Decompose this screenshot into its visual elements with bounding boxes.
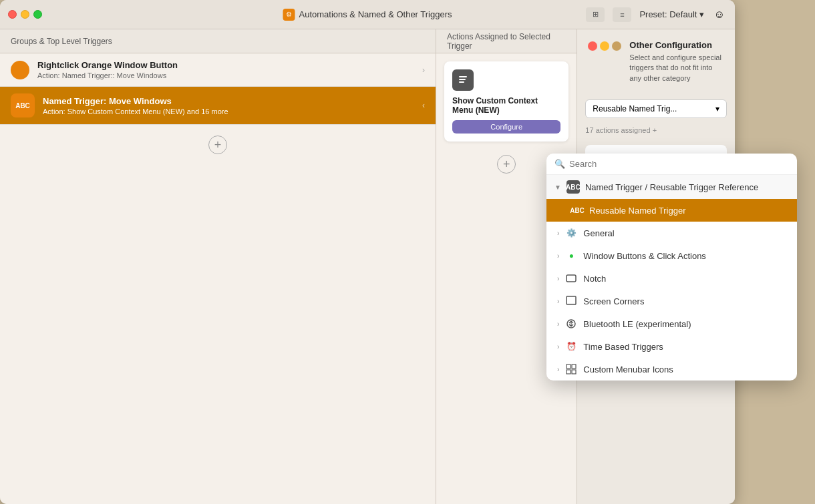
svg-rect-3 xyxy=(566,275,576,282)
trigger-text-2: Named Trigger: Move Windows Action: Show… xyxy=(43,96,414,115)
label-window-buttons: Window Buttons & Click Actions xyxy=(583,251,706,261)
dot-yellow xyxy=(600,41,609,51)
add-trigger-button[interactable]: + xyxy=(208,136,227,154)
trigger-chevron-1: › xyxy=(422,65,425,75)
minimize-button[interactable] xyxy=(21,10,29,19)
label-bluetooth: Bluetooth LE (experimental) xyxy=(583,319,691,329)
svg-rect-9 xyxy=(572,370,576,374)
icon-custom-menubar xyxy=(564,362,578,376)
trigger-name-2: Named Trigger: Move Windows xyxy=(43,96,414,106)
dropdown-category-time-based[interactable]: › ⏰ Time Based Triggers xyxy=(546,335,797,358)
search-icon: 🔍 xyxy=(554,159,565,169)
dot-tan xyxy=(612,41,621,51)
chevron-bluetooth: › xyxy=(557,320,559,328)
trigger-text-1: Rightclick Orange Window Button Action: … xyxy=(37,60,414,79)
chevron-general: › xyxy=(557,230,559,237)
label-custom-menubar: Custom Menubar Icons xyxy=(583,364,673,374)
title-bar-right: ⊞ ≡ Preset: Default ▾ ☺ xyxy=(586,7,727,22)
dropdown-chevron-icon: ▾ xyxy=(715,104,719,113)
label-general: General xyxy=(583,228,614,238)
other-config-title: Other Configuration xyxy=(629,40,724,50)
dropdown-overlay[interactable]: 🔍 ▼ ABC Named Trigger / Reusable Trigger… xyxy=(546,154,797,381)
app-icon: ⚙ xyxy=(283,9,295,21)
trigger-action-1: Action: Named Trigger:: Move Windows xyxy=(37,71,414,79)
action-card: Show Custom Context Menu (NEW) Configure xyxy=(444,61,568,142)
svg-rect-2 xyxy=(459,81,464,83)
configure-button[interactable]: Configure xyxy=(452,120,560,134)
smiley-button[interactable]: ☺ xyxy=(712,7,727,22)
chevron-window-buttons: › xyxy=(557,252,559,260)
close-button[interactable] xyxy=(8,10,17,19)
dropdown-category-custom-menubar[interactable]: › Custom Menubar Icons xyxy=(546,358,797,381)
traffic-lights xyxy=(8,10,42,19)
chevron-notch: › xyxy=(557,275,559,282)
named-trigger-section-header[interactable]: ▼ ABC Named Trigger / Reusable Trigger R… xyxy=(546,175,797,199)
svg-rect-8 xyxy=(566,370,570,374)
label-screen-corners: Screen Corners xyxy=(583,296,644,306)
icon-general: ⚙️ xyxy=(564,226,578,240)
window-title: Automations & Named & Other Triggers xyxy=(299,9,452,19)
dropdown-category-notch[interactable]: › Notch xyxy=(546,267,797,290)
dropdown-item-reusable[interactable]: ABC Reusable Named Trigger xyxy=(546,199,797,222)
named-trigger-dropdown[interactable]: Reusable Named Trig... ▾ xyxy=(585,99,727,118)
trigger-action-2: Action: Show Custom Context Menu (NEW) a… xyxy=(43,107,414,115)
other-config-description: Select and configure special triggers th… xyxy=(629,53,724,83)
chevron-custom-menubar: › xyxy=(557,366,559,373)
label-notch: Notch xyxy=(583,274,606,284)
svg-rect-7 xyxy=(572,364,576,368)
named-trigger-label: Reusable Named Trig... xyxy=(593,104,677,113)
section-icon-named: ABC xyxy=(566,180,580,194)
trigger-chevron-2: ‹ xyxy=(422,101,425,110)
other-config: Other Configuration Select and configure… xyxy=(577,29,735,94)
item-icon-reusable: ABC xyxy=(570,204,584,217)
icon-notch xyxy=(564,272,578,285)
dropdown-category-general[interactable]: › ⚙️ General xyxy=(546,222,797,244)
left-panel-header: Groups & Top Level Triggers xyxy=(0,29,436,53)
left-panel-title: Groups & Top Level Triggers xyxy=(11,37,112,46)
dot-red xyxy=(588,41,597,51)
dropdown-search: 🔍 xyxy=(546,154,797,175)
action-card-icon xyxy=(452,69,474,91)
dropdown-category-screen-corners[interactable]: › Screen Corners xyxy=(546,290,797,312)
fullscreen-button[interactable] xyxy=(33,10,42,19)
label-time-based: Time Based Triggers xyxy=(583,342,663,352)
middle-panel-title: Actions Assigned to Selected Trigger xyxy=(447,32,566,51)
preset-label[interactable]: Preset: Default ▾ xyxy=(639,9,704,19)
layout-btn-2[interactable]: ≡ xyxy=(613,7,631,22)
trigger-name-1: Rightclick Orange Window Button xyxy=(37,60,414,70)
trigger-icon-circle xyxy=(11,61,29,79)
add-action-button[interactable]: + xyxy=(497,155,516,174)
icon-bluetooth xyxy=(564,317,578,330)
trigger-icon-abc: ABC xyxy=(11,93,35,117)
icon-screen-corners xyxy=(564,294,578,308)
other-config-text: Other Configuration Select and configure… xyxy=(629,40,724,83)
dropdown-category-window-buttons[interactable]: › ● Window Buttons & Click Actions xyxy=(546,244,797,267)
left-panel: Groups & Top Level Triggers Rightclick O… xyxy=(0,29,436,504)
dropdown-category-bluetooth[interactable]: › Bluetooth LE (experimental) xyxy=(546,312,797,335)
trigger-list: Rightclick Orange Window Button Action: … xyxy=(0,53,436,504)
chevron-screen-corners: › xyxy=(557,298,559,305)
actions-count: 17 actions assigned + xyxy=(577,123,735,137)
svg-rect-6 xyxy=(566,364,570,368)
svg-rect-0 xyxy=(459,76,467,77)
trigger-item-selected[interactable]: ABC Named Trigger: Move Windows Action: … xyxy=(0,87,436,125)
title-bar-center: ⚙ Automations & Named & Other Triggers xyxy=(283,9,452,21)
svg-rect-1 xyxy=(459,79,466,80)
chevron-time-based: › xyxy=(557,343,559,350)
icon-window-buttons: ● xyxy=(564,249,578,262)
section-chevron-named: ▼ xyxy=(554,184,561,191)
layout-btn-1[interactable]: ⊞ xyxy=(586,7,605,22)
item-label-reusable: Reusable Named Trigger xyxy=(589,206,686,216)
trigger-item[interactable]: Rightclick Orange Window Button Action: … xyxy=(0,53,436,87)
svg-rect-4 xyxy=(566,296,576,304)
config-dots xyxy=(588,40,621,51)
icon-time-based: ⏰ xyxy=(564,340,578,353)
action-card-title: Show Custom Context Menu (NEW) xyxy=(452,96,560,115)
search-input[interactable] xyxy=(569,159,789,169)
title-bar: ⚙ Automations & Named & Other Triggers ⊞… xyxy=(0,0,735,29)
section-label-named: Named Trigger / Reusable Trigger Referen… xyxy=(585,182,758,192)
middle-panel-header: Actions Assigned to Selected Trigger xyxy=(436,29,577,53)
